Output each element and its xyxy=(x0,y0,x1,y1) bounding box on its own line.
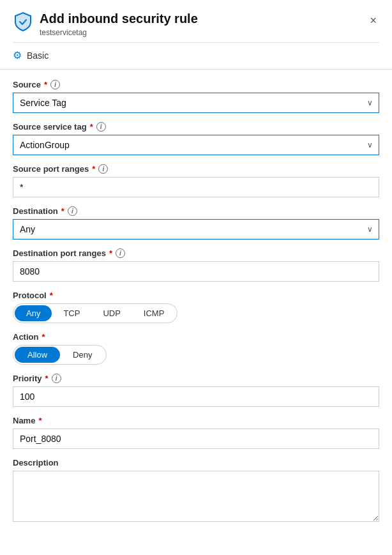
panel: Add inbound security rule testservicetag… xyxy=(0,0,392,555)
subtitle: testservicetag xyxy=(40,28,198,37)
destination-port-ranges-label: Destination port ranges * i xyxy=(13,248,379,258)
source-select-wrapper: Service Tag Any IP Addresses My IP addre… xyxy=(13,93,379,113)
destination-port-ranges-group: Destination port ranges * i xyxy=(13,248,379,282)
protocol-group: Protocol * Any TCP UDP ICMP xyxy=(13,291,379,323)
source-service-tag-label-text: Source service tag xyxy=(13,122,87,132)
section-tab: ⚙ Basic xyxy=(0,43,392,69)
header: Add inbound security rule testservicetag… xyxy=(0,0,392,42)
source-port-required: * xyxy=(92,164,95,174)
destination-port-required: * xyxy=(109,248,112,258)
priority-group: Priority * i xyxy=(13,374,379,407)
protocol-tcp-button[interactable]: TCP xyxy=(52,305,91,321)
priority-label-text: Priority xyxy=(13,374,42,383)
destination-group: Destination * i Any IP Addresses Service… xyxy=(13,206,379,239)
protocol-toggle-group: Any TCP UDP ICMP xyxy=(13,303,177,323)
protocol-icmp-button[interactable]: ICMP xyxy=(132,305,176,321)
form-body: Source * i Service Tag Any IP Addresses … xyxy=(0,70,392,545)
action-toggle-group: Allow Deny xyxy=(13,345,107,365)
destination-port-info-icon[interactable]: i xyxy=(116,248,125,258)
name-label-text: Name xyxy=(13,416,35,425)
protocol-any-button[interactable]: Any xyxy=(15,305,52,321)
source-port-ranges-label-text: Source port ranges xyxy=(13,164,89,174)
wrench-icon: ⚙ xyxy=(13,49,22,61)
priority-required: * xyxy=(45,374,49,383)
source-label-text: Source xyxy=(13,80,41,89)
action-label: Action * xyxy=(13,332,379,342)
page-title: Add inbound security rule xyxy=(40,10,198,27)
description-label: Description xyxy=(13,458,379,468)
priority-input[interactable] xyxy=(13,386,379,407)
name-group: Name * xyxy=(13,416,379,449)
protocol-label-text: Protocol xyxy=(13,291,47,300)
shield-icon xyxy=(13,11,33,32)
name-required: * xyxy=(38,416,41,425)
source-port-ranges-group: Source port ranges * i xyxy=(13,164,379,197)
source-service-tag-group: Source service tag * i ActionGroup ApiMa… xyxy=(13,122,379,155)
source-select[interactable]: Service Tag Any IP Addresses My IP addre… xyxy=(13,93,379,113)
source-label: Source * i xyxy=(13,80,379,89)
close-button[interactable]: × xyxy=(367,11,379,30)
source-port-ranges-label: Source port ranges * i xyxy=(13,164,379,174)
protocol-label: Protocol * xyxy=(13,291,379,300)
header-text: Add inbound security rule testservicetag xyxy=(40,10,198,37)
destination-label-text: Destination xyxy=(13,206,58,216)
source-service-tag-select-wrapper: ActionGroup ApiManagement AppService Azu… xyxy=(13,135,379,155)
source-port-info-icon[interactable]: i xyxy=(98,164,108,174)
destination-required: * xyxy=(61,206,64,216)
destination-select-wrapper: Any IP Addresses Service Tag Application… xyxy=(13,219,379,239)
name-label: Name * xyxy=(13,416,379,425)
source-service-tag-label: Source service tag * i xyxy=(13,122,379,132)
source-service-tag-required: * xyxy=(90,122,93,132)
destination-port-ranges-input[interactable] xyxy=(13,261,379,282)
source-group: Source * i Service Tag Any IP Addresses … xyxy=(13,80,379,113)
tab-label: Basic xyxy=(27,50,49,61)
source-service-tag-info-icon[interactable]: i xyxy=(96,122,106,132)
description-label-text: Description xyxy=(13,458,59,468)
action-group: Action * Allow Deny xyxy=(13,332,379,365)
source-required: * xyxy=(44,80,47,89)
action-label-text: Action xyxy=(13,332,38,342)
action-deny-button[interactable]: Deny xyxy=(60,347,105,363)
destination-label: Destination * i xyxy=(13,206,379,216)
protocol-udp-button[interactable]: UDP xyxy=(91,305,132,321)
source-info-icon[interactable]: i xyxy=(50,80,60,89)
destination-port-ranges-label-text: Destination port ranges xyxy=(13,248,106,258)
description-group: Description xyxy=(13,458,379,524)
priority-info-icon[interactable]: i xyxy=(52,374,61,383)
header-left: Add inbound security rule testservicetag xyxy=(13,10,198,37)
description-textarea[interactable] xyxy=(13,471,379,522)
action-allow-button[interactable]: Allow xyxy=(15,347,60,363)
priority-label: Priority * i xyxy=(13,374,379,383)
destination-select[interactable]: Any IP Addresses Service Tag Application… xyxy=(13,219,379,239)
protocol-required: * xyxy=(50,291,53,300)
source-port-ranges-input[interactable] xyxy=(13,177,379,197)
name-input[interactable] xyxy=(13,429,379,449)
source-service-tag-select[interactable]: ActionGroup ApiManagement AppService Azu… xyxy=(13,135,379,155)
footer: Add xyxy=(0,545,392,555)
action-required: * xyxy=(41,332,45,342)
destination-info-icon[interactable]: i xyxy=(68,206,77,216)
